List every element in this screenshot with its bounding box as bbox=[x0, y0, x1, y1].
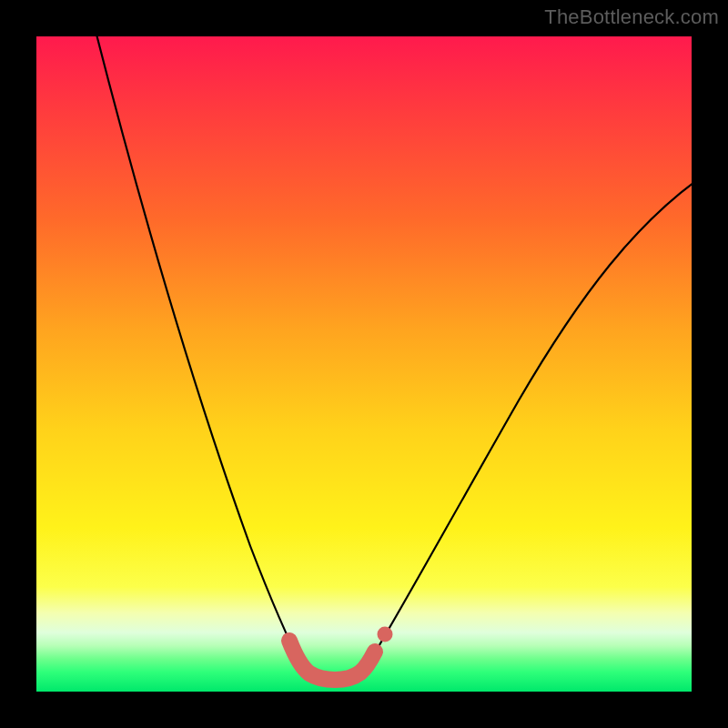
valley-marker-dot bbox=[378, 627, 393, 642]
watermark-text: TheBottleneck.com bbox=[544, 5, 719, 29]
chart-frame: TheBottleneck.com bbox=[0, 0, 728, 728]
bottleneck-curve-right bbox=[366, 177, 701, 668]
plot-area bbox=[36, 36, 692, 692]
curve-layer bbox=[36, 36, 692, 692]
bottleneck-curve-left bbox=[95, 27, 303, 668]
valley-marker bbox=[289, 641, 375, 680]
